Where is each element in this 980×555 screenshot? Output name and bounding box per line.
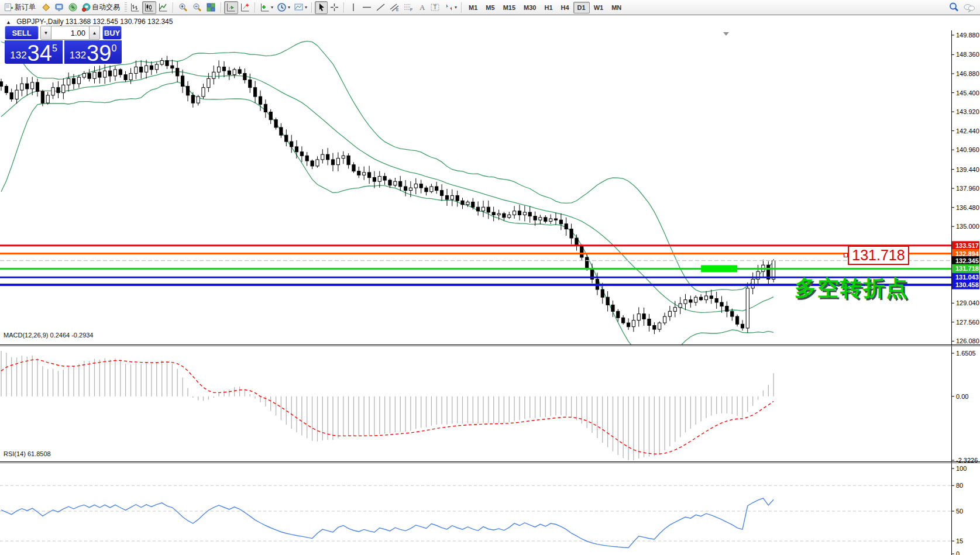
chart-shift-icon xyxy=(240,2,250,12)
cursor-button[interactable] xyxy=(315,1,328,14)
chart-title: GBPJPY-,Daily xyxy=(16,18,63,26)
candlestick-chart-button[interactable] xyxy=(142,1,156,14)
price-tick-label: 143.920 xyxy=(956,108,979,115)
zoom-out-button[interactable] xyxy=(190,1,204,14)
market-button[interactable] xyxy=(53,1,66,14)
rsi-axis-label: 80 xyxy=(956,482,963,489)
timeframe-button-d1[interactable]: D1 xyxy=(573,2,590,13)
svg-text:131.718: 131.718 xyxy=(955,265,979,272)
svg-text:A: A xyxy=(419,3,425,12)
periods-dropdown-caret[interactable]: ▾ xyxy=(288,5,290,10)
timeframe-button-m15[interactable]: M15 xyxy=(499,2,520,13)
search-button[interactable] xyxy=(947,1,961,14)
new-order-button[interactable]: 新订单 xyxy=(2,1,39,14)
chat-icon xyxy=(963,2,976,13)
annotation-text[interactable]: 多空转折点 xyxy=(795,274,909,303)
buy-price-pips: 39 xyxy=(87,44,111,63)
search-icon xyxy=(948,2,960,13)
price-tick-label: 127.560 xyxy=(956,319,979,326)
price-callout-label[interactable]: 131.718 xyxy=(848,246,909,265)
price-tick-label: 137.960 xyxy=(956,185,979,192)
equidistant-channel-button[interactable]: E xyxy=(387,1,401,14)
indicators-dropdown-caret[interactable]: ▾ xyxy=(271,5,273,10)
line-chart-button[interactable] xyxy=(156,1,170,14)
price-tick-label: 136.480 xyxy=(956,204,979,211)
bar-chart-button[interactable] xyxy=(128,1,142,14)
toolbar-separator xyxy=(343,2,345,13)
zoom-in-button[interactable] xyxy=(176,1,190,14)
buy-button[interactable]: BUY xyxy=(102,26,122,40)
timeframe-button-h4[interactable]: H4 xyxy=(557,2,573,13)
arrows-button[interactable]: ▾ xyxy=(442,1,459,14)
volume-increase-button[interactable]: ▲ xyxy=(89,26,100,40)
timeframe-button-h1[interactable]: H1 xyxy=(540,2,556,13)
arrows-dropdown-caret[interactable]: ▾ xyxy=(455,5,457,10)
price-tick-label: 142.440 xyxy=(956,127,979,135)
periods-button[interactable]: ▾ xyxy=(275,1,292,14)
sell-price-point: 5 xyxy=(52,44,57,53)
zoom-in-icon xyxy=(178,2,188,13)
autotrading-button[interactable]: 自动交易 xyxy=(80,1,123,14)
timeframe-button-m30[interactable]: M30 xyxy=(520,2,540,13)
ohlc-high: 132.545 xyxy=(93,18,118,26)
new-order-label: 新订单 xyxy=(15,2,36,12)
sell-button[interactable]: SELL xyxy=(5,26,39,40)
timeframe-button-w1[interactable]: W1 xyxy=(590,2,608,13)
new-order-icon xyxy=(4,2,14,12)
trendline-button[interactable] xyxy=(374,1,387,14)
auto-scroll-button[interactable] xyxy=(224,1,238,14)
autotrading-label: 自动交易 xyxy=(92,2,120,12)
vertical-line-button[interactable] xyxy=(347,1,360,14)
price-tag-130.458: 130.458 xyxy=(952,281,979,289)
macd-axis-label: -2.3226 xyxy=(956,457,978,464)
volume-decrease-button[interactable]: ▼ xyxy=(40,26,51,40)
main-toolbar: 新订单 自动交易 xyxy=(0,0,980,15)
price-tick-label: 148.360 xyxy=(956,51,979,58)
toolbar-separator xyxy=(311,2,312,13)
trendline-icon xyxy=(376,2,386,12)
price-tick-label: 126.080 xyxy=(956,337,979,344)
zoom-out-icon xyxy=(192,2,202,13)
timeframe-button-m1[interactable]: M1 xyxy=(465,2,482,13)
collapse-panel-arrow[interactable]: ▲ xyxy=(6,19,11,25)
ohlc-open: 131.368 xyxy=(66,18,91,26)
chart-header: ▲ GBPJPY-,Daily 131.368 132.545 130.796 … xyxy=(6,18,173,26)
text-label-button[interactable]: T xyxy=(428,1,442,14)
price-tick-label: 145.400 xyxy=(956,89,979,96)
sell-price-display[interactable]: 132 34 5 xyxy=(5,40,63,64)
pane-resize-handle-rsi[interactable] xyxy=(0,445,980,448)
svg-text:133.517: 133.517 xyxy=(955,242,979,249)
timeframe-button-m5[interactable]: M5 xyxy=(482,2,498,13)
crosshair-button[interactable] xyxy=(328,1,341,14)
horizontal-line-button[interactable] xyxy=(360,1,374,14)
fibonacci-button[interactable]: F xyxy=(401,1,415,14)
candlestick-chart-icon xyxy=(144,2,154,12)
indicators-button[interactable]: ▾ xyxy=(258,1,275,14)
chat-button[interactable] xyxy=(961,1,978,14)
tile-windows-button[interactable] xyxy=(204,1,218,14)
metaeditor-button[interactable] xyxy=(39,1,53,14)
timeframe-button-mn[interactable]: MN xyxy=(607,2,625,13)
text-button[interactable]: A xyxy=(415,1,428,14)
horizontal-line-icon xyxy=(362,2,372,12)
buy-price-point: 0 xyxy=(111,44,116,53)
highlight-rectangle[interactable] xyxy=(701,265,737,272)
volume-input[interactable]: 1.00 xyxy=(51,26,89,40)
pane-resize-handle-macd[interactable] xyxy=(0,328,980,331)
rsi-axis-label: 0 xyxy=(956,550,960,555)
signals-button[interactable] xyxy=(66,1,80,14)
templates-dropdown-caret[interactable]: ▾ xyxy=(305,5,307,10)
signals-icon xyxy=(68,2,78,12)
arrows-icon xyxy=(444,2,454,12)
price-tick-label: 135.000 xyxy=(956,223,979,230)
svg-text:T: T xyxy=(434,4,437,11)
ohlc-low: 130.796 xyxy=(120,18,145,26)
price-tag-131.043: 131.043 xyxy=(952,273,979,282)
toolbar-separator xyxy=(461,2,462,13)
macd-axis-label: 1.6505 xyxy=(956,350,976,357)
chart-shift-button[interactable] xyxy=(238,1,252,14)
chart-window: 149.880148.360146.880145.400143.920142.4… xyxy=(0,15,980,555)
templates-button[interactable]: ▾ xyxy=(292,1,309,14)
equidistant-channel-icon: E xyxy=(389,2,400,12)
buy-price-display[interactable]: 132 39 0 xyxy=(64,40,122,64)
